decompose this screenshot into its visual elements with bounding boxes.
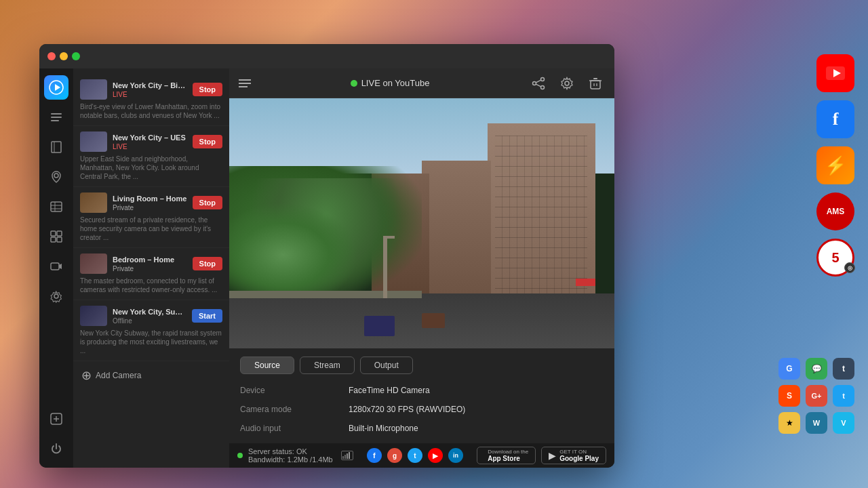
sidebar-icon-video[interactable] — [44, 254, 68, 279]
svg-point-25 — [533, 81, 536, 85]
tab-output[interactable]: Output — [360, 357, 413, 374]
svg-rect-37 — [347, 453, 348, 459]
add-camera-button[interactable]: ⊕ Add Camera — [73, 361, 229, 390]
small-icon-vimeo[interactable]: V — [833, 412, 854, 434]
share-button[interactable] — [529, 74, 548, 93]
main-content: New York City – Birds Eye LIVE Stop Bird… — [39, 68, 614, 468]
camera-info-4: Bedroom – Home Private — [113, 256, 187, 272]
close-button[interactable] — [47, 52, 56, 60]
desktop-icon-youtube[interactable] — [816, 54, 854, 92]
google-play-bottom: Google Play — [559, 455, 599, 462]
camera-stop-button-2[interactable]: Stop — [193, 135, 222, 148]
svg-rect-14 — [51, 231, 56, 236]
google-play-top: GET IT ON — [559, 449, 599, 455]
tab-buttons: Source Stream Output — [240, 357, 604, 374]
live-status-dot — [351, 80, 357, 87]
desktop-icons-bottom-right: G 💬 t S G+ t ★ W V — [778, 358, 854, 434]
hamburger-menu[interactable] — [239, 79, 251, 87]
desktop-icon-ams[interactable]: AMS — [816, 192, 854, 230]
tab-source[interactable]: Source — [240, 357, 294, 374]
camera-name-1: New York City – Birds Eye — [113, 81, 187, 89]
svg-point-9 — [54, 174, 58, 178]
camera-info-3: Living Room – Home Private — [113, 195, 187, 211]
audio-input-value: Built-in Microphone — [349, 422, 604, 435]
camera-mode-value: 868x488 30 FPS (RAWVIDEO) — [349, 403, 604, 416]
svg-point-20 — [54, 294, 58, 298]
google-play-icon: ▶ — [549, 450, 556, 461]
audio-input-label: Audio input — [240, 422, 349, 435]
small-icon-wp[interactable]: W — [806, 412, 827, 434]
small-icon-chat[interactable]: 💬 — [806, 358, 827, 380]
desktop-icon-facebook[interactable]: f — [816, 100, 854, 138]
minimize-button[interactable] — [60, 52, 68, 60]
app-store-top: Download on the — [488, 449, 528, 455]
sidebar-icon-location[interactable] — [44, 165, 68, 189]
sidebar-logo[interactable] — [44, 75, 68, 100]
camera-info-2: New York City – UES LIVE — [113, 134, 187, 150]
sidebar-icon-list[interactable] — [44, 195, 68, 219]
camera-thumb-5 — [80, 306, 107, 326]
bandwidth-text: Bandwidth: 1.2Mb /1.4Mb — [248, 455, 333, 464]
small-icon-s[interactable]: S — [778, 385, 800, 407]
video-preview — [229, 98, 614, 348]
small-icon-twitter2[interactable]: t — [833, 385, 854, 407]
camera-stop-button-3[interactable]: Stop — [193, 196, 222, 209]
sidebar-icon-book[interactable] — [44, 135, 68, 159]
camera-name-3: Living Room – Home — [113, 195, 187, 203]
small-icon-g2[interactable]: G+ — [806, 385, 827, 407]
small-icon-yellow[interactable]: ★ — [778, 412, 800, 434]
svg-point-29 — [565, 81, 569, 85]
status-left: Server status: OK Bandwidth: 1.2Mb /1.4M… — [237, 447, 353, 464]
svg-rect-5 — [51, 117, 62, 118]
sidebar-icon-plus[interactable] — [44, 407, 68, 431]
social-google[interactable]: g — [387, 448, 402, 463]
camera-start-button-5[interactable]: Start — [192, 309, 222, 323]
status-text-area: Server status: OK Bandwidth: 1.2Mb /1.4M… — [248, 447, 333, 464]
app-window: New York City – Birds Eye LIVE Stop Bird… — [39, 44, 614, 468]
svg-rect-30 — [591, 81, 600, 89]
camera-stop-button-4[interactable]: Stop — [193, 257, 222, 270]
small-icon-tumblr[interactable]: t — [833, 358, 854, 380]
sidebar-icon-settings[interactable] — [44, 284, 68, 308]
camera-item-1[interactable]: New York City – Birds Eye LIVE Stop Bird… — [73, 74, 229, 126]
svg-rect-4 — [51, 113, 62, 115]
camera-mode-label: Camera mode — [240, 403, 349, 416]
social-facebook[interactable]: f — [367, 448, 382, 463]
camera-item-4[interactable]: Bedroom – Home Private Stop The master b… — [73, 248, 229, 300]
google-play-badge[interactable]: ▶ GET IT ON Google Play — [541, 447, 606, 464]
svg-line-27 — [536, 80, 540, 83]
live-status-text: LIVE on YouTube — [361, 78, 430, 88]
sidebar-icon-power[interactable] — [44, 436, 68, 461]
title-bar — [39, 44, 614, 68]
desktop-icon-5score[interactable]: 5 ◎ — [816, 239, 854, 277]
tab-stream[interactable]: Stream — [300, 357, 355, 374]
camera-name-2: New York City – UES — [113, 134, 187, 142]
desktop-icons-right: f ⚡ AMS 5 ◎ — [816, 54, 854, 277]
right-top-bar: LIVE on YouTube — [229, 68, 614, 98]
settings-button[interactable] — [557, 74, 576, 93]
camera-name-4: Bedroom – Home — [113, 256, 187, 264]
camera-item-2[interactable]: New York City – UES LIVE Stop Upper East… — [73, 126, 229, 187]
svg-rect-6 — [51, 120, 59, 121]
small-icon-g[interactable]: G — [778, 358, 800, 380]
sidebar-icon-grid[interactable] — [44, 224, 68, 249]
source-details: Device FaceTime HD Camera Camera mode 12… — [240, 384, 604, 435]
delete-button[interactable] — [586, 74, 605, 93]
social-youtube[interactable]: ▶ — [428, 448, 443, 463]
top-bar-actions — [529, 74, 605, 93]
desktop-icon-lightning[interactable]: ⚡ — [816, 146, 854, 184]
camera-item-3[interactable]: Living Room – Home Private Stop Secured … — [73, 187, 229, 248]
social-linkedin[interactable]: in — [448, 448, 463, 463]
add-camera-label: Add Camera — [96, 371, 141, 380]
social-twitter[interactable]: t — [408, 448, 422, 463]
camera-item-5[interactable]: New York City, Subway Offline Start New … — [73, 300, 229, 361]
bandwidth-icon — [341, 451, 353, 460]
camera-stop-button-1[interactable]: Stop — [193, 83, 222, 96]
camera-thumb-3 — [80, 192, 107, 213]
server-status-text: Server status: OK — [248, 447, 333, 455]
maximize-button[interactable] — [72, 52, 80, 60]
app-store-badge[interactable]: Download on the App Store — [477, 447, 536, 464]
camera-desc-3: Secured stream of a private residence, t… — [80, 216, 222, 242]
svg-rect-36 — [344, 455, 346, 459]
sidebar-icon-layers[interactable] — [44, 105, 68, 129]
